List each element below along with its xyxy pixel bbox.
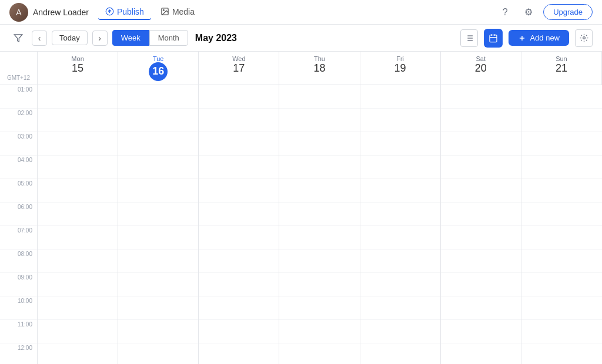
tab-media[interactable]: Media (153, 5, 202, 20)
hour-row[interactable] (521, 296, 602, 320)
hour-row[interactable] (521, 273, 602, 296)
hour-row[interactable] (279, 156, 359, 179)
hour-row[interactable] (199, 132, 279, 156)
hour-row[interactable] (199, 226, 279, 250)
hour-row[interactable] (360, 179, 440, 203)
hour-row[interactable] (38, 273, 118, 296)
hour-row[interactable] (38, 296, 118, 320)
hour-row[interactable] (441, 109, 521, 132)
month-view-button[interactable]: Month (149, 30, 188, 46)
hour-row[interactable] (118, 296, 198, 320)
hour-row[interactable] (118, 250, 198, 273)
tab-publish[interactable]: Publish (98, 5, 151, 20)
upgrade-button[interactable]: Upgrade (543, 4, 593, 20)
hour-row[interactable] (118, 320, 198, 343)
hour-row[interactable] (199, 179, 279, 203)
hour-row[interactable] (441, 250, 521, 273)
hour-row[interactable] (279, 296, 359, 320)
hour-row[interactable] (199, 109, 279, 132)
hour-row[interactable] (199, 273, 279, 296)
hour-row[interactable] (199, 203, 279, 226)
hour-row[interactable] (360, 85, 440, 109)
hour-row[interactable] (199, 296, 279, 320)
hour-row[interactable] (521, 179, 602, 203)
hour-row[interactable] (199, 250, 279, 273)
hour-row[interactable] (118, 273, 198, 296)
hour-row[interactable] (279, 320, 359, 343)
hour-row[interactable] (360, 273, 440, 296)
hour-row[interactable] (38, 156, 118, 179)
hour-row[interactable] (118, 156, 198, 179)
hour-row[interactable] (441, 156, 521, 179)
hour-row[interactable] (38, 132, 118, 156)
hour-row[interactable] (38, 226, 118, 250)
hour-row[interactable] (441, 179, 521, 203)
hour-row[interactable] (521, 250, 602, 273)
hour-row[interactable] (38, 179, 118, 203)
calendar-view-button[interactable] (484, 29, 503, 48)
hour-row[interactable] (118, 85, 198, 109)
hour-row[interactable] (360, 203, 440, 226)
hour-row[interactable] (279, 109, 359, 132)
hour-row[interactable] (441, 296, 521, 320)
hour-row[interactable] (360, 250, 440, 273)
hour-row[interactable] (360, 109, 440, 132)
hour-row[interactable] (441, 85, 521, 109)
add-new-button[interactable]: Add new (509, 30, 569, 46)
hour-row[interactable] (521, 203, 602, 226)
hour-row[interactable] (441, 132, 521, 156)
gear-settings-button[interactable] (575, 29, 593, 47)
hour-row[interactable] (521, 343, 602, 364)
hour-row[interactable] (441, 343, 521, 364)
help-button[interactable]: ? (496, 4, 514, 21)
hour-row[interactable] (279, 250, 359, 273)
hour-row[interactable] (521, 320, 602, 343)
hour-row[interactable] (360, 156, 440, 179)
hour-row[interactable] (38, 109, 118, 132)
hour-row[interactable] (441, 203, 521, 226)
today-button[interactable]: Today (52, 31, 88, 45)
time-slot: 10:00 (0, 296, 37, 320)
hour-row[interactable] (279, 203, 359, 226)
hour-row[interactable] (521, 132, 602, 156)
hour-row[interactable] (521, 156, 602, 179)
hour-row[interactable] (118, 179, 198, 203)
hour-row[interactable] (38, 343, 118, 364)
hour-row[interactable] (118, 132, 198, 156)
hour-row[interactable] (360, 320, 440, 343)
hour-row[interactable] (521, 85, 602, 109)
hour-row[interactable] (360, 226, 440, 250)
hour-row[interactable] (38, 320, 118, 343)
hour-row[interactable] (441, 273, 521, 296)
settings-button[interactable]: ⚙ (520, 4, 537, 21)
hour-row[interactable] (279, 273, 359, 296)
prev-button[interactable]: ‹ (32, 31, 47, 46)
next-button[interactable]: › (92, 31, 108, 46)
hour-row[interactable] (360, 343, 440, 364)
hour-row[interactable] (279, 179, 359, 203)
hour-row[interactable] (199, 320, 279, 343)
hour-row[interactable] (441, 320, 521, 343)
hour-row[interactable] (279, 226, 359, 250)
hour-row[interactable] (521, 109, 602, 132)
hour-row[interactable] (521, 226, 602, 250)
hour-row[interactable] (118, 226, 198, 250)
hour-row[interactable] (38, 250, 118, 273)
hour-row[interactable] (279, 343, 359, 364)
hour-row[interactable] (38, 85, 118, 109)
list-settings-button[interactable] (460, 29, 478, 47)
hour-row[interactable] (199, 343, 279, 364)
hour-row[interactable] (38, 203, 118, 226)
filter-button[interactable] (9, 29, 27, 47)
hour-row[interactable] (360, 296, 440, 320)
hour-row[interactable] (199, 85, 279, 109)
hour-row[interactable] (279, 132, 359, 156)
hour-row[interactable] (279, 85, 359, 109)
hour-row[interactable] (118, 343, 198, 364)
hour-row[interactable] (199, 156, 279, 179)
hour-row[interactable] (118, 109, 198, 132)
hour-row[interactable] (441, 226, 521, 250)
hour-row[interactable] (118, 203, 198, 226)
week-view-button[interactable]: Week (112, 30, 149, 46)
hour-row[interactable] (360, 132, 440, 156)
